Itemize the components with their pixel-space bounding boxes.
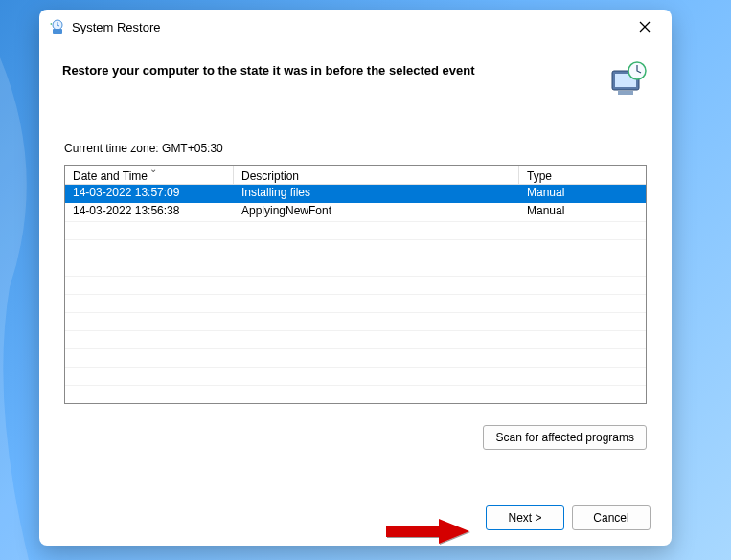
empty-row	[65, 330, 646, 348]
system-restore-icon	[49, 18, 66, 35]
empty-row	[65, 258, 646, 276]
empty-row	[65, 348, 646, 367]
cell-datetime: 14-03-2022 13:57:09	[65, 185, 234, 203]
scan-button-row: Scan for affected programs	[64, 425, 647, 450]
cancel-button[interactable]: Cancel	[572, 505, 651, 530]
empty-row	[65, 276, 646, 294]
system-restore-dialog: System Restore Restore your computer to …	[39, 10, 672, 546]
restore-wizard-icon	[608, 59, 649, 100]
window-title: System Restore	[72, 20, 626, 34]
title-bar: System Restore	[39, 10, 672, 44]
table-row[interactable]: 14-03-2022 13:56:38ApplyingNewFontManual	[65, 203, 646, 221]
next-button[interactable]: Next >	[486, 505, 564, 530]
empty-row	[65, 239, 646, 258]
cell-type: Manual	[519, 203, 646, 221]
footer-button-row: Next > Cancel	[39, 469, 672, 546]
column-header-datetime[interactable]: Date and Time ⌄	[65, 166, 234, 185]
cell-datetime: 14-03-2022 13:56:38	[65, 203, 234, 221]
column-header-type[interactable]: Type	[519, 166, 646, 185]
empty-row	[65, 367, 646, 385]
table-row[interactable]: 14-03-2022 13:57:09Installing filesManua…	[65, 185, 646, 203]
empty-row	[65, 312, 646, 330]
empty-row	[65, 294, 646, 312]
header-title: Restore your computer to the state it wa…	[62, 59, 597, 78]
svg-rect-1	[53, 29, 62, 34]
column-header-description[interactable]: Description	[234, 166, 519, 185]
header-strip: Restore your computer to the state it wa…	[39, 44, 672, 107]
cell-description: Installing files	[234, 185, 519, 203]
close-button[interactable]	[626, 13, 664, 40]
sort-indicator-icon: ⌄	[149, 165, 157, 174]
list-body: 14-03-2022 13:57:09Installing filesManua…	[65, 185, 646, 403]
empty-row	[65, 385, 646, 403]
cell-type: Manual	[519, 185, 646, 203]
column-header-datetime-label: Date and Time	[73, 169, 148, 183]
timezone-label: Current time zone: GMT+05:30	[64, 142, 647, 155]
list-header-row: Date and Time ⌄ Description Type	[65, 166, 646, 185]
svg-rect-6	[618, 91, 633, 95]
body-area: Current time zone: GMT+05:30 Date and Ti…	[39, 107, 672, 469]
empty-row	[65, 221, 646, 239]
restore-points-list[interactable]: Date and Time ⌄ Description Type 14-03-2…	[64, 165, 647, 404]
scan-affected-programs-button[interactable]: Scan for affected programs	[483, 425, 647, 450]
cell-description: ApplyingNewFont	[234, 203, 519, 221]
